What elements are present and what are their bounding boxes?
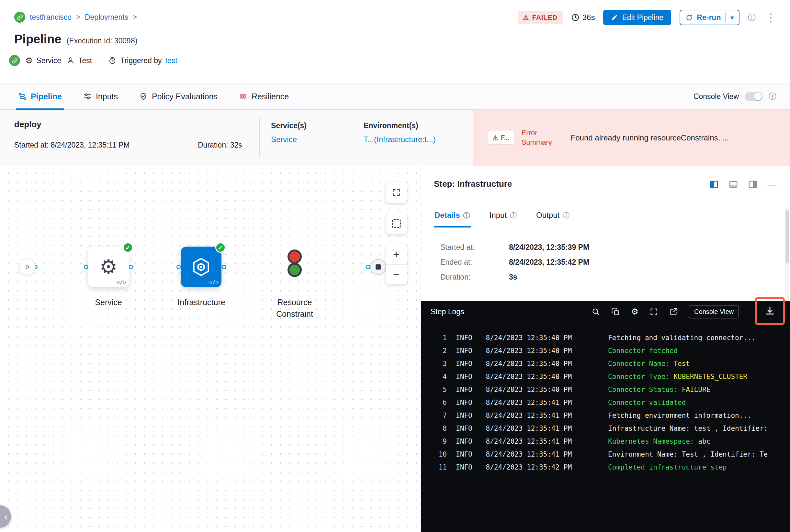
copy-icon[interactable] <box>611 307 620 316</box>
info-icon[interactable]: ⓘ <box>769 93 776 100</box>
layout-bottom-view-button[interactable] <box>729 179 738 189</box>
resilience-icon <box>239 92 247 101</box>
breadcrumb-separator: > <box>76 13 80 21</box>
tab-label: Resilience <box>252 92 289 101</box>
log-settings-icon[interactable]: ⚙ <box>631 307 639 316</box>
console-view-toggle[interactable] <box>745 92 763 101</box>
zoom-in-button[interactable]: + <box>386 244 407 264</box>
edit-pipeline-button[interactable]: Edit Pipeline <box>603 10 671 25</box>
pipeline-graph-canvas[interactable]: ⚙ ✓ </> Service ✓ </> Infrastructure Res… <box>0 166 421 532</box>
layout-right-view-button[interactable] <box>748 179 758 189</box>
log-message-part: Fetching and validating connector... <box>608 334 755 342</box>
breadcrumb-separator: > <box>133 13 137 21</box>
graph-fullscreen-button[interactable] <box>386 182 407 203</box>
graph-node-service[interactable]: ⚙ ✓ </> <box>88 247 129 287</box>
environments-link[interactable]: T...(Infrastructure:t...) <box>364 135 436 144</box>
services-link[interactable]: Service <box>271 135 307 144</box>
edge-connector-dot <box>366 265 370 269</box>
log-timestamp: 8/24/2023 12:35:42 PM <box>486 461 572 474</box>
log-level: INFO <box>456 383 472 396</box>
log-level: INFO <box>456 370 472 383</box>
divider <box>259 118 260 157</box>
log-message-part: Kubernetes Namespace: <box>608 437 698 445</box>
fullscreen-icon[interactable] <box>649 307 658 316</box>
node-label-infrastructure: Infrastructure <box>159 297 243 308</box>
tab-pipeline[interactable]: Pipeline <box>16 83 64 109</box>
service-meta: ⚙ Service <box>25 56 61 65</box>
rerun-button[interactable]: Re-run ▾ <box>680 10 739 25</box>
tab-resilience[interactable]: Resilience <box>237 83 291 109</box>
log-line: 2INFO8/24/2023 12:35:40 PMConnector fetc… <box>421 344 790 357</box>
environments-label: Environment(s) <box>364 121 436 130</box>
tab-output[interactable]: Output ⓘ <box>535 207 570 228</box>
chevron-down-icon[interactable]: ▾ <box>731 15 734 21</box>
console-view-button[interactable]: Console View <box>689 305 739 319</box>
log-timestamp: 8/24/2023 12:35:40 PM <box>486 370 572 383</box>
info-icon[interactable]: ⓘ <box>510 212 517 219</box>
log-line: 8INFO8/24/2023 12:35:41 PMInfrastructure… <box>421 422 790 435</box>
info-icon[interactable]: ⓘ <box>563 212 570 219</box>
minimize-panel-button[interactable]: — <box>767 180 776 189</box>
log-message: Kubernetes Namespace: abc <box>608 435 790 448</box>
download-icon[interactable] <box>765 306 775 316</box>
detail-row-ended: Ended at: 8/24/2023, 12:35:42 PM <box>440 258 589 267</box>
log-line: 7INFO8/24/2023 12:35:41 PMFetching envir… <box>421 409 790 422</box>
traffic-light-green <box>288 263 302 277</box>
header-actions: ⚠ FAILED 36s Edit Pipeline Re-run ▾ ⓘ ⋮ <box>518 10 778 25</box>
tab-policy-evaluations[interactable]: Policy Evaluations <box>137 83 220 109</box>
tab-details[interactable]: Details ⓘ <box>434 207 471 228</box>
log-message-part: Connector Name: <box>608 360 674 367</box>
triggered-by-link[interactable]: test <box>165 56 177 65</box>
pipeline-meta-row: ⚙ Service Test Triggered by test <box>9 55 178 66</box>
log-message-part: Test <box>674 360 690 367</box>
breadcrumb-project[interactable]: testfrancisco <box>30 13 72 22</box>
open-external-icon[interactable] <box>669 307 678 316</box>
graph-marquee-select-button[interactable] <box>386 213 407 234</box>
log-message-part: abc <box>698 437 710 445</box>
stage-duration: Duration: 32s <box>198 141 242 150</box>
log-message: Connector Type: KUBERNETES_CLUSTER <box>608 370 790 383</box>
tab-label: Input <box>490 211 507 220</box>
log-message-part: Completed infrastructure step <box>608 463 727 471</box>
elapsed-time: 36s <box>571 13 595 22</box>
info-icon[interactable]: ⓘ <box>463 212 470 219</box>
log-message-part: Connector validated <box>608 399 686 406</box>
log-level: INFO <box>456 344 472 357</box>
graph-node-resource-constraint[interactable] <box>286 249 304 284</box>
title-row: Pipeline (Execution Id: 30098) <box>14 32 137 46</box>
search-icon[interactable] <box>591 307 600 316</box>
log-line: 4INFO8/24/2023 12:35:40 PMConnector Type… <box>421 370 790 383</box>
panel-collapse-handle[interactable]: ‹ <box>0 505 11 528</box>
layout-split-view-button[interactable] <box>709 179 719 189</box>
tab-inputs[interactable]: Inputs <box>81 83 120 109</box>
scrollbar-thumb[interactable] <box>786 210 789 263</box>
code-marker: </> <box>116 279 126 285</box>
console-view-label: Console View <box>694 92 739 101</box>
tab-label: Policy Evaluations <box>152 92 218 101</box>
breadcrumb-deployments[interactable]: Deployments <box>85 13 128 22</box>
user-meta-label: Test <box>78 56 92 65</box>
tab-input[interactable]: Input ⓘ <box>489 207 517 228</box>
stage-name: deploy <box>14 119 41 130</box>
divider <box>429 230 784 230</box>
inputs-icon <box>83 92 92 101</box>
button-divider <box>725 13 726 22</box>
cd-module-icon <box>9 55 20 66</box>
step-logs-toolbar: ⚙ Console View <box>591 305 739 319</box>
graph-node-infrastructure[interactable]: ✓ </> <box>181 247 221 287</box>
edge-connector-dot <box>129 265 133 269</box>
cd-module-icon <box>14 12 25 23</box>
toggle-knob <box>754 93 762 100</box>
log-message-part: Connector fetched <box>608 347 678 355</box>
log-line-number: 3 <box>421 357 447 370</box>
step-logs-header: Step Logs ⚙ <box>421 301 790 322</box>
detail-value: 8/24/2023, 12:35:42 PM <box>509 258 589 267</box>
detail-row-started: Started at: 8/24/2023, 12:35:39 PM <box>440 243 589 252</box>
breadcrumb: testfrancisco > Deployments > <box>14 12 137 23</box>
log-message: Connector fetched <box>608 344 790 357</box>
log-line-number: 1 <box>421 331 447 344</box>
log-level: INFO <box>456 331 472 344</box>
more-options-icon[interactable]: ⋮ <box>764 12 778 23</box>
info-icon[interactable]: ⓘ <box>748 14 756 21</box>
zoom-out-button[interactable]: − <box>386 264 407 285</box>
